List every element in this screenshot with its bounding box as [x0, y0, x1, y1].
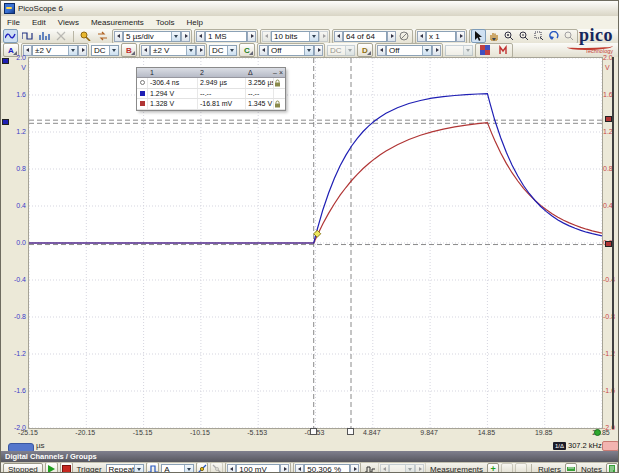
menu-views[interactable]: Views — [52, 16, 85, 29]
legend-minimize-button[interactable]: – — [273, 69, 277, 76]
channel-a-range-up[interactable] — [78, 45, 87, 56]
timebase-group: 5 µs/div — [112, 29, 192, 44]
x-tick: -15.15 — [123, 429, 163, 436]
channel-d-range-select[interactable]: Off — [386, 45, 432, 56]
run-stop-button[interactable]: Stopped — [3, 463, 43, 473]
zoom-out-tool[interactable] — [516, 29, 531, 43]
trigger-source-select[interactable]: A — [161, 464, 193, 473]
buffer-indicator[interactable]: 64 of 64 — [343, 31, 387, 42]
timebase-decrease-button[interactable] — [114, 31, 123, 42]
advanced-trigger-button[interactable] — [146, 462, 159, 473]
stop-button[interactable] — [60, 462, 73, 473]
inverse-delta-chip: 1/Δ — [553, 442, 566, 450]
add-measurement-button[interactable]: + — [487, 463, 499, 473]
channel-b-range-select[interactable]: ±2 V — [150, 45, 196, 56]
trigger-level-down[interactable] — [227, 464, 236, 473]
marquee-zoom-tool[interactable] — [531, 29, 546, 43]
frequency-legend: 1/Δ 307.2 kHz — [553, 441, 602, 450]
channel-a-coupling-select[interactable]: DC — [91, 45, 119, 56]
menu-tools[interactable]: Tools — [150, 16, 181, 29]
menu-measurements[interactable]: Measurements — [85, 16, 150, 29]
pretrigger-down[interactable] — [295, 464, 304, 473]
channel-b-range-up[interactable] — [196, 45, 205, 56]
digital-channels-icon[interactable] — [477, 43, 492, 57]
samples-input[interactable]: 1 MS — [205, 31, 247, 42]
timebase-increase-button[interactable] — [181, 31, 190, 42]
rulers-button[interactable] — [565, 463, 577, 473]
channel-c-range-up[interactable] — [314, 45, 323, 56]
buffer-previous-button[interactable] — [334, 31, 343, 42]
zoom-factor-indicator[interactable]: x 1 — [426, 31, 456, 42]
notes-button[interactable] — [606, 463, 618, 473]
ruler-legend-box[interactable]: 1 2 Δ – × -306.4 ns2.949 µs3.256 µs1.294… — [136, 67, 286, 111]
pretrigger-up[interactable] — [350, 464, 359, 473]
trigger-label: Trigger — [75, 465, 104, 473]
probe-setup-button[interactable] — [78, 29, 93, 43]
blue-channel-icon — [140, 91, 145, 96]
resolution-increase-button — [319, 31, 328, 42]
timebase-select[interactable]: 5 µs/div — [123, 31, 181, 42]
channel-d-range-up[interactable] — [432, 45, 441, 56]
channel-c-button[interactable]: C — [239, 43, 255, 57]
samples-increase-button[interactable] — [247, 31, 256, 42]
channel-c-range-select[interactable]: Off — [268, 45, 314, 56]
spectrum-view-button[interactable] — [37, 29, 52, 43]
zoom-increase-button[interactable] — [456, 31, 465, 42]
scope-view-button[interactable] — [3, 29, 18, 43]
channel-b-range-down[interactable] — [141, 45, 150, 56]
resolution-select[interactable]: 10 bits — [271, 31, 319, 42]
channel-b-button[interactable]: B — [121, 43, 137, 57]
legend-col-2: 2 — [198, 69, 246, 76]
chevron-down-icon — [109, 46, 118, 55]
y-tick: 1.6 — [3, 91, 26, 99]
channel-a-parked-ruler-handle[interactable] — [2, 58, 9, 64]
channel-c-range-down[interactable] — [259, 45, 268, 56]
stop-icon — [62, 465, 71, 473]
chevron-down-icon — [345, 46, 354, 55]
zoom-decrease-button[interactable] — [417, 31, 426, 42]
x-tick: -10.15 — [180, 429, 220, 436]
y-tick: -1.2 — [3, 350, 26, 358]
channel-a-ruler-handle-1[interactable] — [2, 119, 9, 125]
pretrigger-input[interactable]: 50.306 % — [304, 464, 350, 473]
time-ruler-handle-1[interactable] — [310, 428, 317, 435]
menu-help[interactable]: Help — [181, 16, 209, 29]
buffer-next-button[interactable] — [387, 31, 396, 42]
channel-a-range-select[interactable]: ±2 V — [32, 45, 78, 56]
legend-close-button[interactable]: × — [279, 69, 283, 76]
play-icon — [48, 465, 55, 473]
chevron-down-icon — [68, 46, 77, 55]
menu-file[interactable]: File — [1, 16, 26, 29]
digital-channels-bar[interactable]: Digital Channels / Groups — [1, 451, 618, 462]
rising-edge-button[interactable] — [196, 462, 209, 473]
clear-buffer-icon[interactable] — [396, 29, 411, 43]
pulse-icon — [363, 462, 376, 473]
chevron-down-icon — [463, 46, 472, 55]
pico-logo-text: pico — [553, 27, 613, 44]
math-channels-icon[interactable] — [496, 43, 511, 57]
channel-d-button[interactable]: D — [357, 43, 373, 57]
x-tick: 14.85 — [466, 429, 506, 436]
x-tick: -20.15 — [65, 429, 105, 436]
channel-b-ruler-handle-2[interactable] — [605, 241, 612, 247]
normal-selection-tool[interactable] — [471, 29, 486, 43]
channel-b-ruler-handle-1[interactable] — [605, 116, 612, 122]
zoom-factor-group: x 1 — [415, 29, 467, 44]
waveform-plot[interactable] — [28, 57, 603, 429]
persistence-view-button[interactable] — [20, 29, 35, 43]
trigger-level-up[interactable] — [280, 464, 289, 473]
trigger-level-input[interactable]: 100 mV — [236, 464, 280, 473]
frequency-value: 307.2 kHz — [568, 441, 602, 450]
trigger-mode-select[interactable]: Repeat — [106, 464, 145, 473]
channel-b-coupling-select[interactable]: DC — [209, 45, 237, 56]
samples-decrease-button[interactable] — [196, 31, 205, 42]
channel-c-range-group: Off — [257, 43, 325, 58]
start-button[interactable] — [45, 462, 58, 473]
ruler-value: 1.294 V — [148, 89, 198, 99]
time-ruler-handle-2[interactable] — [347, 428, 354, 435]
menu-edit[interactable]: Edit — [26, 16, 52, 29]
y-tick: 1.2 — [3, 128, 26, 136]
channel-d-range-down[interactable] — [377, 45, 386, 56]
zoom-in-tool[interactable] — [501, 29, 516, 43]
device-setup-button[interactable] — [95, 29, 110, 43]
